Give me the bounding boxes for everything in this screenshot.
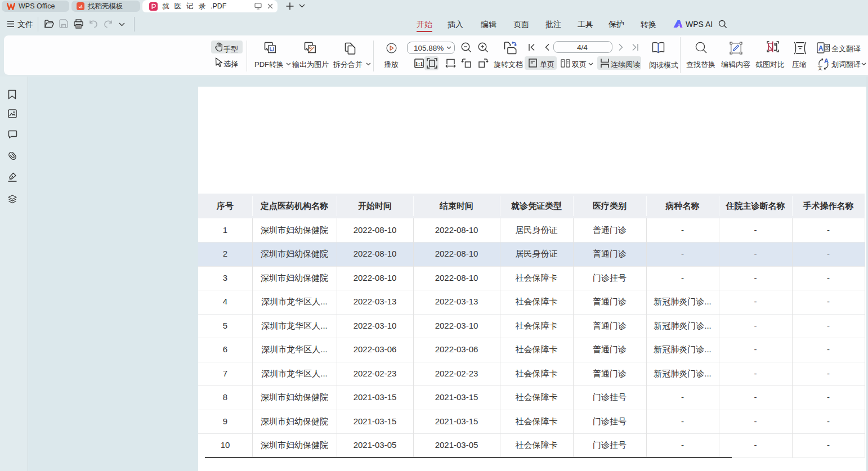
svg-text:文: 文 [818, 65, 823, 71]
svg-text:A: A [818, 44, 824, 52]
svg-text:A: A [824, 57, 829, 64]
svg-text:文: 文 [825, 44, 830, 51]
svg-text:1:1: 1:1 [415, 61, 423, 67]
